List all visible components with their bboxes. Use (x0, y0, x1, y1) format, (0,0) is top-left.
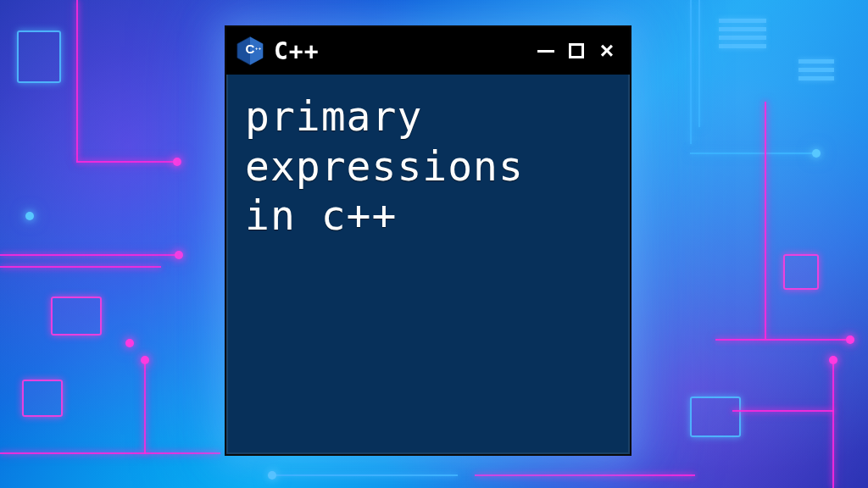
close-icon: × (600, 39, 614, 63)
svg-text:C: C (246, 42, 255, 56)
window-controls: × (535, 40, 618, 62)
terminal-content: primary expressions in c++ (226, 75, 630, 258)
terminal-window: C + + C++ × primary expressions in c++ (225, 25, 632, 456)
maximize-icon (569, 43, 584, 58)
minimize-icon (537, 50, 554, 53)
minimize-button[interactable] (535, 40, 557, 62)
window-title: C++ (274, 37, 526, 65)
cpp-logo-icon: C + + (235, 36, 265, 66)
maximize-button[interactable] (565, 40, 587, 62)
scene-background: C + + C++ × primary expressions in c++ (0, 0, 868, 488)
window-titlebar[interactable]: C + + C++ × (226, 27, 630, 75)
close-button[interactable]: × (596, 40, 618, 62)
